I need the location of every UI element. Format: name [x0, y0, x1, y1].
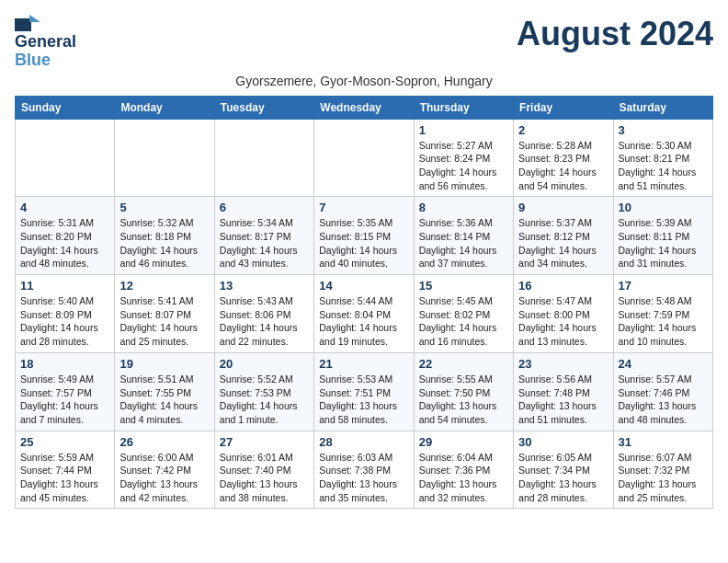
day-number: 8	[419, 201, 508, 214]
calendar-cell: 21Sunrise: 5:53 AM Sunset: 7:51 PM Dayli…	[314, 352, 414, 431]
calendar-cell: 9Sunrise: 5:37 AM Sunset: 8:12 PM Daylig…	[514, 197, 613, 275]
calendar-cell: 4Sunrise: 5:31 AM Sunset: 8:20 PM Daylig…	[16, 197, 115, 275]
day-number: 7	[319, 201, 408, 214]
day-info: Sunrise: 6:03 AM Sunset: 7:38 PM Dayligh…	[319, 451, 408, 505]
title-area: August 2024	[517, 15, 713, 53]
calendar-cell: 23Sunrise: 5:56 AM Sunset: 7:48 PM Dayli…	[514, 352, 613, 431]
svg-rect-0	[15, 18, 31, 31]
calendar-cell: 8Sunrise: 5:36 AM Sunset: 8:14 PM Daylig…	[414, 197, 513, 275]
day-number: 27	[220, 435, 309, 449]
day-info: Sunrise: 5:57 AM Sunset: 7:46 PM Dayligh…	[619, 373, 708, 427]
day-info: Sunrise: 5:45 AM Sunset: 8:02 PM Dayligh…	[419, 294, 508, 349]
calendar-cell: 17Sunrise: 5:48 AM Sunset: 7:59 PM Dayli…	[613, 275, 712, 353]
day-info: Sunrise: 5:39 AM Sunset: 8:11 PM Dayligh…	[619, 216, 708, 270]
calendar-cell: 28Sunrise: 6:03 AM Sunset: 7:38 PM Dayli…	[314, 431, 414, 509]
calendar-cell	[16, 119, 115, 197]
day-info: Sunrise: 5:40 AM Sunset: 8:09 PM Dayligh…	[20, 294, 109, 349]
calendar-cell: 29Sunrise: 6:04 AM Sunset: 7:36 PM Dayli…	[414, 431, 513, 509]
day-number: 6	[220, 201, 309, 214]
weekday-header: Monday	[115, 96, 214, 119]
day-number: 12	[119, 279, 209, 293]
weekday-header: Tuesday	[214, 96, 313, 119]
day-info: Sunrise: 6:05 AM Sunset: 7:34 PM Dayligh…	[518, 451, 608, 505]
calendar-cell: 11Sunrise: 5:40 AM Sunset: 8:09 PM Dayli…	[16, 275, 115, 353]
day-number: 18	[20, 357, 109, 371]
day-info: Sunrise: 5:31 AM Sunset: 8:20 PM Dayligh…	[20, 216, 109, 270]
calendar-cell	[314, 119, 414, 197]
logo-icon	[15, 15, 40, 33]
weekday-header: Saturday	[613, 96, 712, 119]
calendar-cell: 27Sunrise: 6:01 AM Sunset: 7:40 PM Dayli…	[214, 431, 313, 509]
day-number: 30	[518, 435, 608, 449]
day-number: 13	[220, 279, 309, 293]
day-number: 4	[20, 201, 109, 214]
day-info: Sunrise: 5:52 AM Sunset: 7:53 PM Dayligh…	[220, 373, 309, 427]
day-info: Sunrise: 5:44 AM Sunset: 8:04 PM Dayligh…	[319, 294, 408, 349]
calendar-cell: 12Sunrise: 5:41 AM Sunset: 8:07 PM Dayli…	[115, 275, 214, 353]
calendar-cell: 19Sunrise: 5:51 AM Sunset: 7:55 PM Dayli…	[115, 352, 214, 431]
day-number: 28	[319, 435, 408, 449]
calendar-week-row: 25Sunrise: 5:59 AM Sunset: 7:44 PM Dayli…	[16, 431, 713, 509]
calendar-week-row: 4Sunrise: 5:31 AM Sunset: 8:20 PM Daylig…	[16, 197, 713, 275]
day-info: Sunrise: 5:49 AM Sunset: 7:57 PM Dayligh…	[20, 373, 109, 427]
calendar-cell: 30Sunrise: 6:05 AM Sunset: 7:34 PM Dayli…	[514, 431, 613, 509]
calendar-week-row: 18Sunrise: 5:49 AM Sunset: 7:57 PM Dayli…	[16, 352, 713, 431]
day-info: Sunrise: 5:55 AM Sunset: 7:50 PM Dayligh…	[419, 373, 508, 427]
day-info: Sunrise: 5:47 AM Sunset: 8:00 PM Dayligh…	[518, 294, 608, 349]
day-number: 9	[518, 201, 608, 214]
day-number: 5	[119, 201, 209, 214]
page-header: General Blue August 2024	[15, 15, 713, 70]
calendar-cell: 22Sunrise: 5:55 AM Sunset: 7:50 PM Dayli…	[414, 352, 513, 431]
day-info: Sunrise: 5:37 AM Sunset: 8:12 PM Dayligh…	[518, 216, 608, 270]
day-info: Sunrise: 5:34 AM Sunset: 8:17 PM Dayligh…	[220, 216, 309, 270]
day-number: 3	[619, 123, 708, 137]
calendar-week-row: 1Sunrise: 5:27 AM Sunset: 8:24 PM Daylig…	[16, 119, 713, 197]
calendar-cell	[214, 119, 313, 197]
day-number: 29	[419, 435, 508, 449]
day-number: 31	[619, 435, 708, 449]
logo-text-general: General	[15, 32, 76, 51]
day-info: Sunrise: 5:59 AM Sunset: 7:44 PM Dayligh…	[20, 451, 109, 505]
day-info: Sunrise: 6:01 AM Sunset: 7:40 PM Dayligh…	[220, 451, 309, 505]
day-number: 2	[518, 123, 608, 137]
day-number: 11	[20, 279, 109, 293]
day-info: Sunrise: 5:48 AM Sunset: 7:59 PM Dayligh…	[619, 294, 708, 349]
day-number: 14	[319, 279, 408, 293]
calendar-header-row: SundayMondayTuesdayWednesdayThursdayFrid…	[16, 96, 713, 119]
logo-text-blue: Blue	[15, 51, 51, 69]
calendar-cell: 5Sunrise: 5:32 AM Sunset: 8:18 PM Daylig…	[115, 197, 214, 275]
calendar-cell: 15Sunrise: 5:45 AM Sunset: 8:02 PM Dayli…	[414, 275, 513, 353]
day-info: Sunrise: 5:35 AM Sunset: 8:15 PM Dayligh…	[319, 216, 408, 270]
weekday-header: Wednesday	[314, 96, 414, 119]
day-info: Sunrise: 5:56 AM Sunset: 7:48 PM Dayligh…	[518, 373, 608, 427]
weekday-header: Thursday	[414, 96, 513, 119]
day-info: Sunrise: 6:04 AM Sunset: 7:36 PM Dayligh…	[419, 451, 508, 505]
day-number: 19	[119, 357, 209, 371]
calendar-week-row: 11Sunrise: 5:40 AM Sunset: 8:09 PM Dayli…	[16, 275, 713, 353]
calendar-cell: 16Sunrise: 5:47 AM Sunset: 8:00 PM Dayli…	[514, 275, 613, 353]
day-number: 20	[220, 357, 309, 371]
calendar-table: SundayMondayTuesdayWednesdayThursdayFrid…	[15, 96, 713, 510]
month-title: August 2024	[517, 15, 713, 53]
calendar-cell: 24Sunrise: 5:57 AM Sunset: 7:46 PM Dayli…	[613, 352, 712, 431]
day-number: 21	[319, 357, 408, 371]
calendar-cell: 31Sunrise: 6:07 AM Sunset: 7:32 PM Dayli…	[613, 431, 712, 509]
calendar-cell: 6Sunrise: 5:34 AM Sunset: 8:17 PM Daylig…	[214, 197, 313, 275]
calendar-cell: 10Sunrise: 5:39 AM Sunset: 8:11 PM Dayli…	[613, 197, 712, 275]
day-info: Sunrise: 5:30 AM Sunset: 8:21 PM Dayligh…	[619, 139, 708, 193]
day-number: 10	[619, 201, 708, 214]
day-number: 22	[419, 357, 508, 371]
calendar-cell: 13Sunrise: 5:43 AM Sunset: 8:06 PM Dayli…	[214, 275, 313, 353]
calendar-cell: 14Sunrise: 5:44 AM Sunset: 8:04 PM Dayli…	[314, 275, 414, 353]
day-number: 24	[619, 357, 708, 371]
day-number: 26	[119, 435, 209, 449]
day-info: Sunrise: 5:32 AM Sunset: 8:18 PM Dayligh…	[119, 216, 209, 270]
day-number: 1	[419, 123, 508, 137]
calendar-cell: 26Sunrise: 6:00 AM Sunset: 7:42 PM Dayli…	[115, 431, 214, 509]
day-info: Sunrise: 5:51 AM Sunset: 7:55 PM Dayligh…	[119, 373, 209, 427]
day-number: 23	[518, 357, 608, 371]
day-number: 25	[20, 435, 109, 449]
calendar-cell: 3Sunrise: 5:30 AM Sunset: 8:21 PM Daylig…	[613, 119, 712, 197]
day-info: Sunrise: 5:27 AM Sunset: 8:24 PM Dayligh…	[419, 139, 508, 193]
day-info: Sunrise: 5:41 AM Sunset: 8:07 PM Dayligh…	[119, 294, 209, 349]
